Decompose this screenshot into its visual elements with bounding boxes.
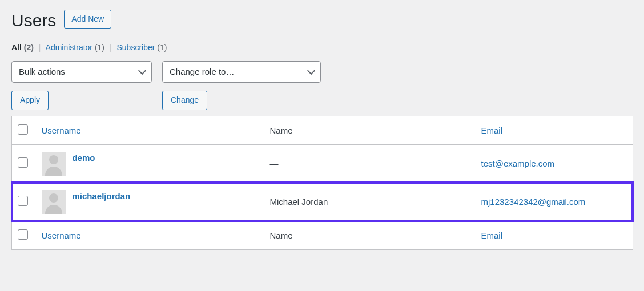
email-link[interactable]: mj1232342342@gmail.com	[481, 197, 586, 207]
change-button[interactable]: Change	[162, 91, 207, 110]
row-checkbox[interactable]	[18, 196, 28, 206]
filter-admin-label: Administrator	[46, 43, 92, 52]
display-name: —	[270, 159, 279, 168]
filter-all-count: (2)	[24, 43, 34, 52]
column-header-name: Name	[270, 126, 293, 135]
column-footer-email[interactable]: Email	[481, 231, 503, 240]
column-header-email[interactable]: Email	[481, 126, 503, 135]
row-checkbox[interactable]	[18, 157, 28, 168]
select-all-checkbox[interactable]	[18, 124, 28, 135]
page-title: Users	[11, 6, 56, 33]
users-table: Username Name Email demo — test@example.…	[11, 116, 633, 250]
column-footer-name: Name	[270, 231, 293, 240]
display-name: Michael Jordan	[270, 197, 328, 207]
apply-button[interactable]: Apply	[11, 91, 49, 110]
column-header-username[interactable]: Username	[42, 126, 81, 135]
filter-all[interactable]: All (2)	[11, 43, 36, 52]
username-link[interactable]: demo	[73, 152, 95, 163]
filter-admin-count: (1)	[95, 43, 104, 52]
filter-subscriber-label: Subscriber	[116, 43, 155, 52]
add-new-button[interactable]: Add New	[64, 10, 111, 29]
email-link[interactable]: test@example.com	[481, 159, 555, 168]
filter-all-label: All	[11, 43, 22, 52]
table-row: demo — test@example.com	[12, 144, 633, 183]
filter-administrator[interactable]: Administrator (1)	[46, 43, 107, 52]
table-row: michaeljordan Michael Jordan mj123234234…	[12, 183, 633, 221]
column-footer-username[interactable]: Username	[42, 231, 81, 240]
bulk-actions-select[interactable]: Bulk actions	[11, 61, 152, 83]
role-filter-bar: All (2) | Administrator (1) | Subscriber…	[11, 43, 633, 52]
username-link[interactable]: michaeljordan	[73, 190, 131, 201]
avatar-icon	[42, 190, 66, 214]
filter-subscriber[interactable]: Subscriber (1)	[116, 43, 167, 52]
avatar-icon	[42, 152, 66, 176]
select-all-checkbox-footer[interactable]	[18, 229, 28, 240]
filter-subscriber-count: (1)	[157, 43, 167, 52]
change-role-select[interactable]: Change role to…	[162, 61, 321, 83]
separator: |	[36, 43, 44, 52]
separator: |	[107, 43, 115, 52]
